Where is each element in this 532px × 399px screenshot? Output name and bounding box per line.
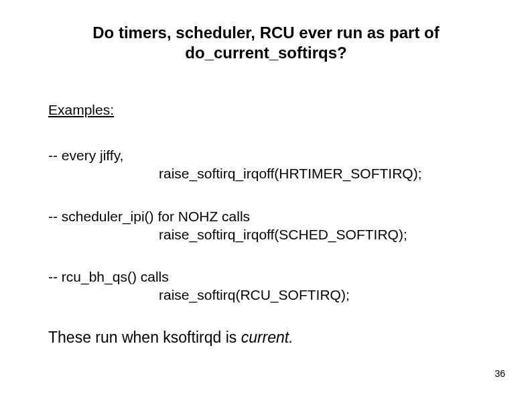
example-call: raise_softirq_irqoff(SCHED_SOFTIRQ); <box>159 225 484 243</box>
example-lead: -- every jiffy, <box>48 148 123 163</box>
example-item: -- scheduler_ipi() for NOHZ calls raise_… <box>48 207 484 244</box>
example-lead: -- rcu_bh_qs() calls <box>48 269 169 284</box>
example-item: -- every jiffy, raise_softirq_irqoff(HRT… <box>48 146 484 183</box>
title-line-1: Do timers, scheduler, RCU ever run as pa… <box>92 23 440 42</box>
closing-text: These run when ksoftirqd is <box>48 329 241 346</box>
slide: Do timers, scheduler, RCU ever run as pa… <box>0 0 532 399</box>
example-call: raise_softirq_irqoff(HRTIMER_SOFTIRQ); <box>159 164 484 182</box>
page-number: 36 <box>494 368 505 379</box>
title-line-2: do_current_softirqs? <box>185 44 346 62</box>
example-item: -- rcu_bh_qs() calls raise_softirq(RCU_S… <box>48 268 484 304</box>
closing-sentence: These run when ksoftirqd is current. <box>48 329 484 347</box>
closing-italic: current. <box>241 329 293 346</box>
example-call: raise_softirq(RCU_SOFTIRQ); <box>159 286 484 304</box>
examples-heading: Examples: <box>48 102 484 118</box>
slide-title: Do timers, scheduler, RCU ever run as pa… <box>48 23 484 63</box>
example-lead: -- scheduler_ipi() for NOHZ calls <box>48 209 250 224</box>
